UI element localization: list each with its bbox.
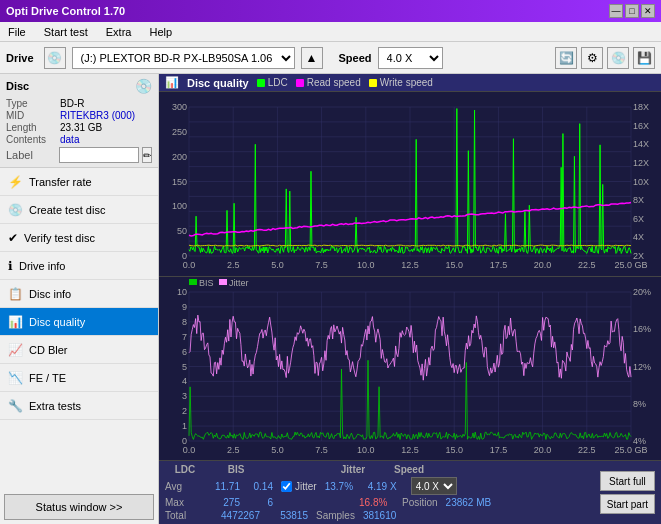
sidebar: Disc 💿 Type BD-R MID RITEKBR3 (000) Leng…: [0, 74, 159, 524]
disc-panel-title: Disc: [6, 80, 29, 92]
sidebar-item-disc-info[interactable]: 📋 Disc info: [0, 280, 158, 308]
transfer-rate-icon: ⚡: [8, 175, 23, 189]
sidebar-item-fe-te[interactable]: 📉 FE / TE: [0, 364, 158, 392]
pos-value: 23862 MB: [446, 497, 492, 508]
total-label: Total: [165, 510, 197, 521]
create-test-disc-icon: 💿: [8, 203, 23, 217]
menu-file[interactable]: File: [4, 24, 30, 40]
close-button[interactable]: ✕: [641, 4, 655, 18]
disc-type-value: BD-R: [60, 98, 84, 109]
ldc-header: LDC: [165, 464, 205, 475]
eject-button[interactable]: ▲: [301, 47, 323, 69]
pos-label: Position: [402, 497, 438, 508]
avg-ldc: 11.71: [205, 481, 240, 492]
disc-contents-label: Contents: [6, 134, 56, 145]
sidebar-item-create-test-disc[interactable]: 💿 Create test disc: [0, 196, 158, 224]
read-speed-dot: [296, 79, 304, 87]
action-buttons: Start full Start part: [600, 471, 655, 514]
chart-title: Disc quality: [187, 77, 249, 89]
jitter-checkbox[interactable]: [281, 481, 292, 492]
avg-jitter: 13.7%: [325, 481, 360, 492]
sidebar-item-extra-tests[interactable]: 🔧 Extra tests: [0, 392, 158, 420]
avg-speed: 4.19 X: [368, 481, 403, 492]
refresh-button[interactable]: 🔄: [555, 47, 577, 69]
legend-read-speed-label: Read speed: [307, 77, 361, 88]
sidebar-item-label: Create test disc: [29, 204, 105, 216]
jitter-header: Jitter: [333, 464, 373, 475]
disc-label-btn[interactable]: ✏: [142, 147, 152, 163]
bottom-chart-canvas: [159, 277, 661, 461]
disc-label-input[interactable]: [59, 147, 139, 163]
start-part-button[interactable]: Start part: [600, 494, 655, 514]
verify-test-disc-icon: ✔: [8, 231, 18, 245]
avg-label: Avg: [165, 481, 197, 492]
extra-tests-icon: 🔧: [8, 399, 23, 413]
sidebar-item-label: CD Bler: [29, 344, 68, 356]
speed-display-select[interactable]: 4.0 X: [411, 477, 457, 495]
drivebar-right-buttons: 🔄 ⚙ 💿 💾: [555, 47, 655, 69]
write-speed-dot: [369, 79, 377, 87]
drivebar: Drive 💿 (J:) PLEXTOR BD-R PX-LB950SA 1.0…: [0, 42, 661, 74]
disc-button[interactable]: 💿: [607, 47, 629, 69]
max-ldc: 275: [205, 497, 240, 508]
sidebar-item-cd-bler[interactable]: 📈 CD Bler: [0, 336, 158, 364]
avg-bis: 0.14: [248, 481, 273, 492]
max-bis: 6: [248, 497, 273, 508]
charts-container: [159, 92, 661, 460]
legend-write-speed-label: Write speed: [380, 77, 433, 88]
status-window-button[interactable]: Status window >>: [4, 494, 154, 520]
disc-label-label: Label: [6, 149, 56, 161]
disc-info-panel: Disc 💿 Type BD-R MID RITEKBR3 (000) Leng…: [0, 74, 158, 168]
menu-start-test[interactable]: Start test: [40, 24, 92, 40]
disc-mid-value: RITEKBR3 (000): [60, 110, 135, 121]
chart-area: 📊 Disc quality LDC Read speed Write spee…: [159, 74, 661, 524]
save-button[interactable]: 💾: [633, 47, 655, 69]
minimize-button[interactable]: —: [609, 4, 623, 18]
samples-value: 381610: [363, 510, 396, 521]
sidebar-item-transfer-rate[interactable]: ⚡ Transfer rate: [0, 168, 158, 196]
legend-ldc-label: LDC: [268, 77, 288, 88]
disc-length-value: 23.31 GB: [60, 122, 102, 133]
jitter-checkbox-row: Jitter: [281, 481, 317, 492]
cd-bler-icon: 📈: [8, 343, 23, 357]
total-ldc: 4472267: [205, 510, 260, 521]
app-title: Opti Drive Control 1.70: [6, 5, 125, 17]
legend-ldc: LDC: [257, 77, 288, 88]
sidebar-item-verify-test-disc[interactable]: ✔ Verify test disc: [0, 224, 158, 252]
disc-info-icon: 📋: [8, 287, 23, 301]
drive-select[interactable]: (J:) PLEXTOR BD-R PX-LB950SA 1.06: [72, 47, 295, 69]
chart-header: 📊 Disc quality LDC Read speed Write spee…: [159, 74, 661, 92]
menu-help[interactable]: Help: [145, 24, 176, 40]
jitter-check-label: Jitter: [295, 481, 317, 492]
titlebar-controls: — □ ✕: [609, 4, 655, 18]
speed-select[interactable]: 4.0 X: [378, 47, 443, 69]
sidebar-item-drive-info[interactable]: ℹ Drive info: [0, 252, 158, 280]
sidebar-item-label: FE / TE: [29, 372, 66, 384]
drive-info-icon: ℹ: [8, 259, 13, 273]
menu-extra[interactable]: Extra: [102, 24, 136, 40]
sidebar-item-label: Drive info: [19, 260, 65, 272]
sidebar-item-label: Disc info: [29, 288, 71, 300]
settings-button[interactable]: ⚙: [581, 47, 603, 69]
sidebar-item-label: Extra tests: [29, 400, 81, 412]
speed-header: Speed: [389, 464, 429, 475]
stats-bar: LDC BIS Jitter Speed Avg 11.71 0.14 Jitt…: [159, 460, 661, 524]
main-content: Disc 💿 Type BD-R MID RITEKBR3 (000) Leng…: [0, 74, 661, 524]
max-label: Max: [165, 497, 197, 508]
spacer1: [267, 464, 317, 475]
sidebar-item-disc-quality[interactable]: 📊 Disc quality: [0, 308, 158, 336]
bottom-chart: [159, 277, 661, 461]
sidebar-item-label: Transfer rate: [29, 176, 92, 188]
disc-panel-icon: 💿: [135, 78, 152, 94]
sidebar-item-label: Disc quality: [29, 316, 85, 328]
start-full-button[interactable]: Start full: [600, 471, 655, 491]
sidebar-nav: ⚡ Transfer rate 💿 Create test disc ✔ Ver…: [0, 168, 158, 490]
top-chart: [159, 92, 661, 277]
drive-icon: 💿: [44, 47, 66, 69]
top-chart-canvas: [159, 92, 661, 276]
speed-label: Speed: [339, 52, 372, 64]
titlebar: Opti Drive Control 1.70 — □ ✕: [0, 0, 661, 22]
disc-mid-label: MID: [6, 110, 56, 121]
samples-label: Samples: [316, 510, 355, 521]
maximize-button[interactable]: □: [625, 4, 639, 18]
